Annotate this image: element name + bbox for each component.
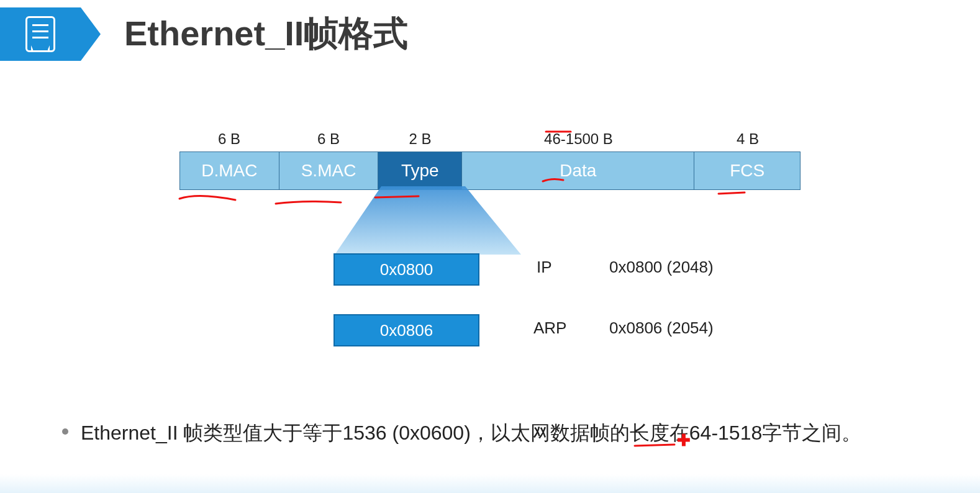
size-dmac: 6 B bbox=[179, 130, 279, 152]
document-icon bbox=[25, 16, 55, 52]
cursor-plus-icon: ✚ bbox=[677, 431, 691, 450]
bullet-item: Ethernet_II 帧类型值大于等于1536 (0x0600)，以太网数据帧… bbox=[62, 417, 943, 449]
size-smac: 6 B bbox=[279, 130, 378, 152]
slide-title: Ethernet_II帧格式 bbox=[124, 11, 408, 58]
frame-diagram: 6 B 6 B 2 B 46-1500 B 4 B D.MAC S.MAC Ty… bbox=[179, 130, 801, 190]
protocol-value-arp: 0x0806 (2054) bbox=[609, 319, 714, 338]
size-fcs: 4 B bbox=[695, 130, 801, 152]
type-value-box-arp: 0x0806 bbox=[333, 314, 479, 346]
bullet-text: Ethernet_II 帧类型值大于等于1536 (0x0600)，以太网数据帧… bbox=[81, 417, 861, 449]
type-value-box-ip: 0x0800 bbox=[333, 253, 479, 286]
type-expansion-shape bbox=[335, 186, 521, 255]
field-type: Type bbox=[378, 152, 462, 189]
slide-header: Ethernet_II帧格式 bbox=[0, 0, 980, 68]
bullet-dot-icon bbox=[62, 428, 68, 435]
frame-fields-row: D.MAC S.MAC Type Data FCS bbox=[179, 152, 801, 190]
bottom-wave-decoration bbox=[0, 474, 980, 493]
field-fcs: FCS bbox=[694, 152, 800, 189]
field-dmac: D.MAC bbox=[180, 152, 279, 189]
field-data: Data bbox=[462, 152, 694, 189]
protocol-value-ip: 0x0800 (2048) bbox=[609, 258, 714, 277]
size-data: 46-1500 B bbox=[462, 130, 695, 152]
field-sizes-row: 6 B 6 B 2 B 46-1500 B 4 B bbox=[179, 130, 801, 152]
size-type: 2 B bbox=[378, 130, 462, 152]
field-smac: S.MAC bbox=[279, 152, 379, 189]
header-badge bbox=[0, 7, 81, 61]
protocol-label-ip: IP bbox=[537, 258, 552, 277]
protocol-label-arp: ARP bbox=[533, 319, 566, 338]
